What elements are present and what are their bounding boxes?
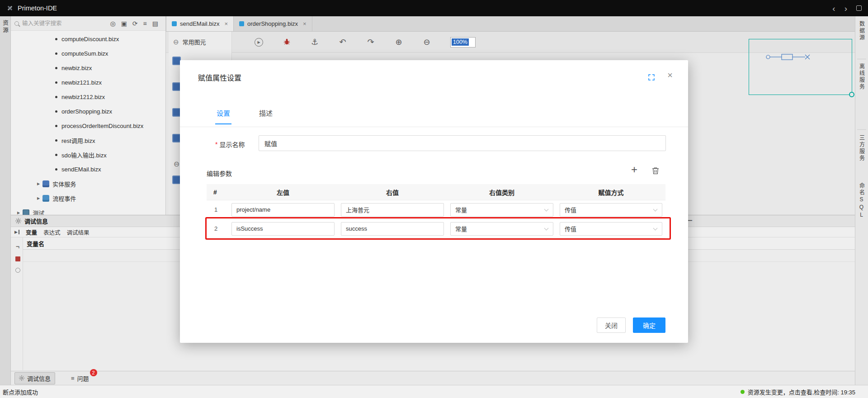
left-value-input[interactable] (231, 222, 335, 236)
collapse-section-icon[interactable]: ⊖ (173, 38, 179, 45)
assign-mode-select[interactable]: 传值 (560, 222, 662, 236)
tree-item[interactable]: rest调用.bizx (11, 133, 165, 147)
tab-sendemail[interactable]: sendEMail.bizx × (166, 16, 234, 31)
tree-item[interactable]: sdo输入输出.bizx (11, 147, 165, 162)
tree-folder-process-event[interactable]: ▶流程事件 (11, 191, 165, 205)
tree-item-label: 实体服务 (52, 180, 76, 188)
bug-debug-icon[interactable] (282, 38, 291, 47)
tree-item-label: computeSum.bizx (61, 50, 108, 57)
tree-item[interactable]: computeDiscount.bizx (11, 32, 165, 46)
redo-icon[interactable]: ↷ (366, 38, 375, 46)
tree-item[interactable]: sendEMail.bizx (11, 162, 165, 176)
dock-tab-datasource[interactable]: 数据源 (858, 21, 866, 41)
dock-tab-thirdparty-service[interactable]: 三方服务 (858, 135, 866, 162)
select-value: 常量 (455, 205, 467, 214)
col-index: # (207, 189, 228, 196)
ok-button[interactable]: 确定 (633, 317, 665, 333)
assign-mode-select[interactable]: 传值 (560, 203, 662, 217)
right-type-select[interactable]: 常量 (450, 222, 553, 236)
tree-item-label: processOrderItemDiscount.bizx (61, 123, 143, 129)
debug-tab-results[interactable]: 调试结果 (66, 228, 89, 237)
tree-folder-test[interactable]: ▶测试 (11, 205, 165, 215)
zoom-level-input[interactable]: 100% (450, 37, 476, 47)
tree-item[interactable]: computeSum.bizx (11, 46, 165, 61)
locate-icon[interactable]: ◎ (110, 20, 115, 27)
required-marker: * (215, 141, 217, 148)
search-input[interactable] (22, 20, 85, 27)
bullet-icon (55, 139, 57, 142)
bullet-icon (55, 154, 57, 156)
right-value-input[interactable] (341, 203, 444, 217)
fullscreen-icon[interactable] (648, 74, 655, 81)
debug-panel-title: 调试信息 (24, 217, 48, 225)
bottom-tabbar: 调试信息 ≡ 问题 2 (11, 371, 855, 385)
gear-icon (15, 218, 21, 224)
close-icon[interactable]: × (667, 70, 673, 81)
tree-item[interactable]: newbiz1212.bizx (11, 90, 165, 104)
copy-page-icon[interactable]: ▤ (152, 20, 158, 27)
param-row-1: 1 常量 传值 (207, 200, 665, 219)
sort-list-icon[interactable]: ≡ (143, 20, 147, 27)
nav-back-icon[interactable]: ‹ (832, 4, 835, 13)
test-folder-icon (23, 209, 29, 215)
titlebar-controls: ‹ › (832, 4, 862, 13)
anchor-deploy-icon[interactable]: ⚓ (310, 38, 319, 46)
add-row-icon[interactable]: + (631, 164, 637, 175)
tree-item[interactable]: orderShopping.bizx (11, 104, 165, 118)
bottom-tab-label: 调试信息 (27, 374, 51, 383)
resources-dock-tab[interactable]: 资源 (1, 20, 9, 385)
tree-item[interactable]: newbiz121.bizx (11, 75, 165, 90)
list-icon: ≡ (71, 375, 75, 382)
right-value-input[interactable] (341, 222, 444, 236)
tree-item[interactable]: newbiz.bizx (11, 61, 165, 75)
tab-ordershopping[interactable]: orderShopping.bizx × (234, 16, 312, 31)
tab-description[interactable]: 描述 (258, 108, 274, 124)
palette-header[interactable]: ⊖ 常用图元 (169, 32, 231, 46)
dock-tab-named-sql[interactable]: 命名SQL (858, 183, 866, 219)
bullet-icon (55, 168, 57, 171)
bottom-tab-problems[interactable]: ≡ 问题 2 (67, 373, 93, 384)
process-event-icon (42, 195, 49, 202)
debug-tab-variables[interactable]: 变量 (26, 228, 37, 237)
step-return-icon[interactable]: ¬ (16, 243, 19, 250)
collapse-section-icon[interactable]: ⊖ (174, 160, 179, 168)
nav-forward-icon[interactable]: › (844, 4, 847, 13)
right-type-select[interactable]: 常量 (450, 203, 553, 217)
tree-item[interactable]: processOrderItemDiscount.bizx (11, 118, 165, 133)
bottom-tab-debug[interactable]: 调试信息 (14, 372, 55, 384)
run-debug-icon[interactable]: ▶ (255, 38, 263, 47)
debug-tab-expression[interactable]: 表达式 (43, 228, 61, 237)
close-tab-icon[interactable]: × (224, 20, 228, 27)
window-layout-icon[interactable] (856, 5, 862, 11)
refresh-icon[interactable]: ⟳ (132, 20, 138, 27)
stop-icon[interactable] (15, 256, 20, 261)
canvas-minimap[interactable] (749, 39, 852, 95)
close-tab-icon[interactable]: × (303, 20, 307, 27)
zoom-in-icon[interactable]: ⊕ (394, 38, 403, 46)
file-tree: computeDiscount.bizx computeSum.bizx new… (11, 31, 165, 215)
tab-label: orderShopping.bizx (247, 20, 298, 27)
close-button[interactable]: 关闭 (597, 317, 626, 333)
display-name-label: * 显示名称 (215, 140, 245, 149)
dock-tab-offline-service[interactable]: 离线服务 (858, 63, 866, 90)
resource-change-notice[interactable]: 资源发生变更，点击查看,检查时间: 19:35 (741, 388, 855, 396)
chevron-down-icon (544, 207, 549, 211)
minimap-resize-handle[interactable] (849, 92, 854, 97)
tab-settings[interactable]: 设置 (215, 108, 231, 124)
package-icon[interactable]: ▣ (121, 20, 127, 27)
tree-item-label: rest调用.bizx (61, 136, 95, 145)
left-value-input[interactable] (231, 203, 335, 217)
display-name-input[interactable] (259, 135, 666, 151)
bizx-file-icon (239, 21, 244, 26)
bullet-icon (55, 110, 57, 113)
app-logo-icon (6, 5, 14, 12)
bullet-icon (55, 67, 57, 69)
zoom-out-icon[interactable]: ⊖ (422, 38, 431, 46)
undo-icon[interactable]: ↶ (338, 38, 347, 46)
resume-icon[interactable]: ▶ (14, 230, 19, 234)
editor-tabbar: sendEMail.bizx × orderShopping.bizx × (166, 16, 855, 32)
delete-row-icon[interactable] (652, 167, 659, 175)
col-right-type: 右值类别 (447, 188, 557, 197)
tree-folder-entity-service[interactable]: ▶实体服务 (11, 176, 165, 191)
breakpoint-circle-icon[interactable] (15, 268, 20, 273)
